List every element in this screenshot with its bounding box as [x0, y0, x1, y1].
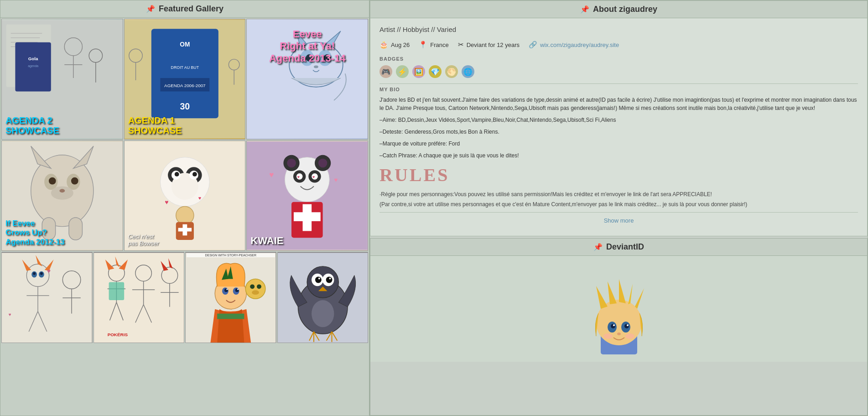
- bio-text: J'adore les BD et j'en fait souvent.J'ai…: [379, 96, 858, 112]
- svg-point-132: [245, 279, 265, 299]
- gallery-item-4[interactable]: If EeveeGrows Up?Agenda 2012-13: [1, 140, 123, 251]
- svg-point-144: [329, 278, 331, 280]
- svg-text:OM: OM: [180, 41, 190, 48]
- svg-point-163: [611, 324, 615, 328]
- svg-point-152: [312, 300, 334, 327]
- about-section: 📌 About zigaudrey Artist // Hobbyist // …: [370, 0, 868, 236]
- svg-point-35: [314, 66, 318, 68]
- svg-point-143: [318, 278, 320, 280]
- gallery-label-4: If EeveeGrows Up?Agenda 2012-13: [5, 219, 64, 247]
- show-more-button[interactable]: Show more: [604, 217, 634, 224]
- gallery-item-3[interactable]: EeveeRight at Ya!Agenda 2013-14: [246, 19, 368, 140]
- svg-marker-158: [619, 279, 626, 303]
- location-value: France: [430, 42, 448, 48]
- birthday-icon: 🎂: [379, 41, 388, 49]
- svg-point-168: [603, 333, 613, 339]
- bio-label: MY BIO: [379, 87, 858, 92]
- svg-text:Gola: Gola: [28, 56, 38, 61]
- badge-2[interactable]: ⚡: [396, 65, 409, 78]
- svg-point-135: [252, 290, 259, 295]
- gallery-label-5: Ceci n'estpas Bowser: [128, 233, 159, 247]
- svg-marker-160: [635, 288, 644, 309]
- svg-text:♥: ♥: [165, 199, 168, 206]
- deviant-since-value: Deviant for 12 years: [467, 42, 520, 48]
- svg-text:♥: ♥: [334, 177, 338, 183]
- gallery-item-1[interactable]: Gola agenda AGENDA 2SHOWCASE: [1, 19, 123, 140]
- badge-1[interactable]: 🎮: [379, 65, 392, 78]
- birthday-value: Aug 26: [391, 42, 410, 48]
- svg-point-142: [326, 277, 332, 283]
- svg-text:POKÉRIS: POKÉRIS: [107, 332, 128, 337]
- svg-point-165: [613, 324, 615, 326]
- deviantid-title: DeviantID: [606, 242, 644, 252]
- location-info: 📍 France: [419, 41, 448, 49]
- svg-text:♥: ♥: [9, 312, 11, 317]
- rules-text-2: (Par contre,si votre art utilise mes per…: [379, 200, 858, 208]
- svg-point-44: [51, 186, 73, 199]
- deviantid-pin-icon: 📌: [593, 243, 603, 251]
- bio-section: MY BIO J'adore les BD et j'en fait souve…: [379, 87, 858, 208]
- svg-point-43: [71, 177, 78, 185]
- svg-rect-47: [69, 218, 82, 240]
- svg-text:AGENDA 2006-2007: AGENDA 2006-2007: [164, 83, 205, 88]
- svg-rect-108: [109, 282, 124, 300]
- about-pin-icon: 📌: [580, 5, 589, 14]
- svg-point-89: [40, 272, 43, 275]
- gallery-label-9: DESIGN WITH STORY-PEACHSER: [187, 253, 275, 257]
- badges-label: BADGES: [379, 56, 858, 62]
- svg-point-169: [625, 333, 634, 339]
- svg-point-166: [627, 324, 629, 326]
- featured-gallery-panel: 📌 Featured Gallery Gola agenda: [0, 0, 369, 416]
- svg-text:30: 30: [180, 101, 190, 111]
- pin-icon: 📌: [146, 5, 155, 13]
- bio-dislikes: –Deteste: Genderess,Gros mots,les Bon à …: [379, 128, 858, 136]
- badge-5[interactable]: 🌕: [445, 65, 458, 78]
- gallery-item-2[interactable]: OM DROIT AU BUT AGENDA 2006-2007 30 AGEN…: [124, 19, 246, 140]
- svg-marker-157: [608, 281, 617, 304]
- divider-1: [379, 83, 858, 84]
- svg-point-167: [617, 333, 621, 335]
- svg-point-134: [257, 284, 261, 289]
- about-content: Artist // Hobbyist // Varied 🎂 Aug 26 📍 …: [370, 18, 867, 236]
- gallery-item-5[interactable]: ♥ ♥ Ceci n'estpas Bowser: [124, 140, 246, 251]
- website-value[interactable]: wix.com/zigaudrey/audrey.site: [540, 42, 619, 48]
- deviantid-section: 📌 DeviantID: [370, 238, 868, 416]
- gallery-label-2: AGENDA 1SHOWCASE: [128, 115, 182, 135]
- svg-point-55: [174, 172, 179, 177]
- deviantid-header: 📌 DeviantID: [370, 239, 867, 256]
- rules-text-1: ·Régle pour mes personnages:Vous pouvez …: [379, 190, 858, 198]
- svg-text:♥: ♥: [47, 267, 51, 275]
- badge-6[interactable]: 🌐: [462, 65, 474, 78]
- svg-text:DROIT AU BUT: DROIT AU BUT: [171, 65, 199, 70]
- svg-text:♥: ♥: [297, 175, 300, 179]
- gallery-item-9[interactable]: DESIGN WITH STORY-PEACHSER: [185, 252, 276, 343]
- deviantid-character: [573, 263, 665, 354]
- badges-row: 🎮 ⚡ 🖼️ 💎 🌕 🌐: [379, 65, 858, 78]
- gallery-item-10[interactable]: [277, 252, 369, 343]
- about-header: 📌 About zigaudrey: [370, 1, 867, 18]
- svg-rect-80: [294, 212, 321, 221]
- gallery-item-8[interactable]: POKÉRIS: [94, 252, 185, 343]
- svg-point-45: [59, 189, 65, 192]
- deviant-icon: ✂: [458, 41, 464, 49]
- gallery-item-6[interactable]: ♥ ♥ ♥ ♥ KWAIE: [246, 140, 368, 251]
- gallery-label-3: EeveeRight at Ya!Agenda 2013-14: [250, 28, 364, 64]
- svg-text:agenda: agenda: [28, 64, 38, 68]
- svg-point-164: [624, 324, 629, 328]
- website-info[interactable]: 🔗 wix.com/zigaudrey/audrey.site: [529, 41, 619, 49]
- badge-3[interactable]: 🖼️: [412, 65, 425, 78]
- svg-point-133: [250, 284, 255, 289]
- rules-heading: RULES: [379, 164, 858, 186]
- svg-point-128: [237, 289, 239, 290]
- svg-point-127: [226, 289, 228, 290]
- svg-point-141: [315, 277, 321, 283]
- svg-point-88: [33, 272, 36, 275]
- show-more-bar: Show more: [379, 212, 858, 229]
- badges-section: BADGES 🎮 ⚡ 🖼️ 💎 🌕 🌐: [379, 56, 858, 78]
- bio-catchphrase: –Catch Phrase: A chaque que je suis là q…: [379, 151, 858, 160]
- gallery-label-1: AGENDA 2SHOWCASE: [5, 115, 59, 135]
- gallery-item-7[interactable]: ♥ ♥: [1, 252, 93, 343]
- badge-4[interactable]: 💎: [429, 65, 442, 78]
- right-panel: 📌 About zigaudrey Artist // Hobbyist // …: [369, 0, 868, 416]
- svg-text:♥: ♥: [312, 175, 315, 179]
